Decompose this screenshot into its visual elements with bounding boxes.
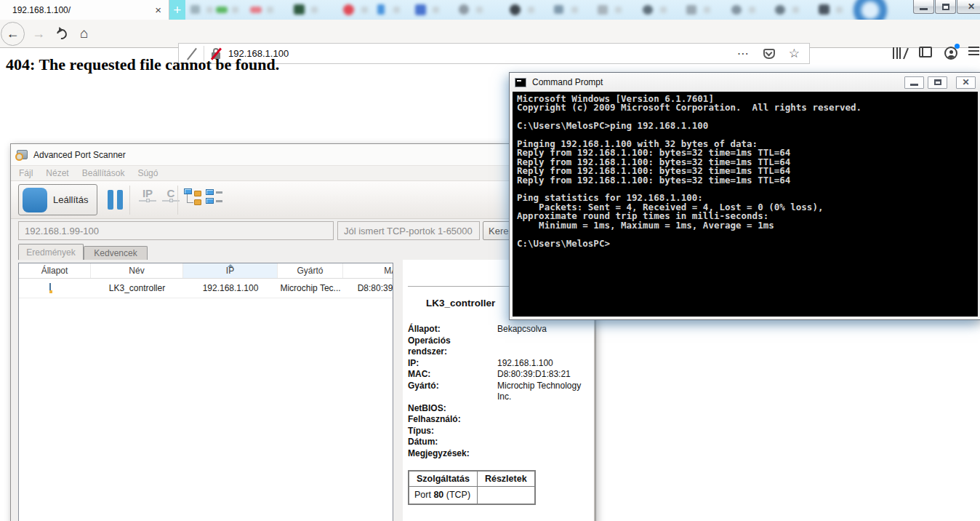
blurred-tab-favicon[interactable]: [459, 4, 469, 15]
port-service-cell: Port 80 (TCP): [409, 487, 477, 504]
blurred-tab-favicon[interactable]: [528, 7, 534, 13]
blurred-tab-favicon[interactable]: [433, 7, 439, 13]
blurred-tab-favicon[interactable]: [615, 7, 622, 13]
blurred-tab-favicon[interactable]: [415, 4, 426, 15]
column-header-ip[interactable]: IP: [183, 263, 278, 278]
ip-tool-button[interactable]: IP: [136, 187, 159, 202]
blurred-tab-favicon[interactable]: [836, 7, 843, 13]
blurred-tab-favicon[interactable]: [749, 7, 755, 13]
menu-item-sg[interactable]: Súgó: [131, 168, 164, 178]
menu-item-fjl[interactable]: Fájl: [12, 168, 39, 178]
forward-button[interactable]: →: [32, 26, 45, 41]
notification-dot: [955, 44, 960, 49]
blurred-tab-favicon[interactable]: [819, 4, 830, 15]
column-header-name[interactable]: Név: [91, 263, 183, 278]
cmd-title-bar[interactable]: Command Prompt ✕: [510, 73, 980, 92]
c-class-tool-button[interactable]: C: [159, 187, 182, 202]
blurred-tab-favicon[interactable]: [377, 4, 385, 15]
browser-toolbar: ← → ⌂ 192.168.1.100 ⋯ ☆: [0, 20, 980, 48]
blurred-tab-favicon[interactable]: [660, 7, 667, 13]
blurred-tab-favicon[interactable]: [686, 5, 696, 15]
blurred-tab-favicon[interactable]: [704, 7, 710, 13]
blurred-tab-favicon[interactable]: [361, 7, 368, 13]
detail-field-label: MAC:: [408, 369, 497, 381]
close-icon: ✕: [968, 2, 975, 11]
menu-icon[interactable]: [968, 47, 979, 55]
back-button[interactable]: ←: [1, 22, 25, 46]
column-header-status[interactable]: Állapot: [19, 263, 91, 278]
active-tab[interactable]: 192.168.1.100/ ×: [0, 0, 169, 20]
result-row[interactable]: LK3_controller 192.168.1.100 Microchip T…: [19, 279, 393, 298]
tab-favorites[interactable]: Kedvencek: [84, 246, 148, 260]
blurred-tab-favicon[interactable]: [294, 4, 305, 15]
detail-field-label: Felhasználó:: [408, 414, 497, 426]
network-list-icon[interactable]: [206, 188, 225, 207]
computer-icon: [49, 283, 60, 293]
blurred-tab-favicon[interactable]: [792, 7, 799, 13]
blurred-tab-favicon[interactable]: [311, 7, 318, 13]
blurred-tab-favicon[interactable]: [731, 5, 742, 15]
window-close-button[interactable]: ✕: [957, 0, 980, 14]
tab-results[interactable]: Eredmények: [18, 244, 84, 260]
blurred-tab-favicon[interactable]: [267, 7, 273, 13]
home-icon[interactable]: ⌂: [80, 25, 88, 41]
blurred-tab-favicon[interactable]: [190, 5, 200, 14]
blurred-tab-favicon[interactable]: [393, 7, 400, 13]
pocket-icon[interactable]: [763, 49, 775, 59]
cmd-minimize-button[interactable]: [904, 76, 924, 89]
blurred-tab-favicon[interactable]: [510, 4, 521, 15]
scanner-title-bar[interactable]: Advanced Port Scanner: [11, 144, 595, 166]
bookmark-star-icon[interactable]: ☆: [789, 46, 800, 61]
blurred-tab-favicon[interactable]: [206, 7, 213, 13]
blurred-tab-favicon[interactable]: [343, 4, 354, 15]
blurred-tab-favicon[interactable]: [643, 5, 653, 15]
blurred-tab-favicon[interactable]: [571, 7, 578, 13]
detail-field-row: Állapot:Bekapcsolva: [408, 324, 591, 335]
page-actions-icon[interactable]: ⋯: [737, 47, 750, 60]
open-ports-table: Szolgáltatás Részletek Port 80 (TCP): [408, 470, 536, 505]
window-maximize-button[interactable]: [935, 0, 956, 14]
menu-item-belltsok[interactable]: Beállítások: [76, 168, 132, 178]
blurred-tab-favicon[interactable]: [554, 5, 563, 14]
detail-field-label: Megjegyzések:: [408, 448, 497, 460]
window-minimize-button[interactable]: [913, 0, 934, 14]
device-vendor-cell: Microchip Tec...: [278, 283, 343, 293]
console-area[interactable]: Microsoft Windows [Version 6.1.7601] Cop…: [513, 92, 978, 317]
sidebar-icon[interactable]: [919, 47, 932, 57]
scanner-content: Állapot Név IP Gyártó MAC LK3_controller…: [11, 260, 595, 521]
menu-item-nzet[interactable]: Nézet: [39, 168, 75, 178]
reload-icon[interactable]: [55, 27, 68, 41]
minimize-icon: [910, 84, 918, 86]
detail-field-label: Típus:: [408, 426, 497, 437]
blurred-tab-favicon[interactable]: [598, 5, 608, 15]
blurred-tab-favicon[interactable]: [775, 5, 785, 15]
detail-field-label: Gyártó:: [408, 381, 497, 403]
blurred-tab-favicon[interactable]: [216, 7, 228, 13]
detail-field-value: [497, 437, 591, 448]
library-icon[interactable]: [893, 47, 904, 59]
blurred-tab-favicon[interactable]: [476, 7, 483, 13]
device-name-cell: LK3_controller: [91, 283, 183, 293]
blurred-tab-favicon[interactable]: [250, 7, 262, 13]
ip-range-input[interactable]: [18, 221, 334, 240]
column-header-vendor[interactable]: Gyártó: [278, 263, 343, 278]
blurred-tab-favicon[interactable]: [232, 7, 238, 13]
command-prompt-window: Command Prompt ✕ Microsoft Windows [Vers…: [509, 72, 980, 320]
cmd-restore-button[interactable]: [928, 76, 947, 89]
network-tree-icon[interactable]: [184, 188, 203, 207]
column-header-mac[interactable]: MAC: [343, 263, 393, 278]
console-text: Microsoft Windows [Version 6.1.7601] Cop…: [513, 92, 978, 251]
back-arrow-icon: ←: [7, 26, 20, 41]
browser-tab-bar: 192.168.1.100/ × + ✕: [0, 0, 980, 20]
stop-scan-button[interactable]: Leállítás: [18, 184, 97, 215]
new-tab-button[interactable]: +: [169, 0, 185, 20]
minimize-icon: [920, 8, 928, 10]
cmd-close-button[interactable]: ✕: [956, 76, 976, 89]
port-profile-input[interactable]: [337, 221, 480, 240]
tab-close-icon[interactable]: ×: [155, 4, 161, 15]
forward-arrow-icon: →: [32, 26, 45, 41]
detail-field-row: Dátum:: [408, 437, 591, 448]
scan-settings-row: Keres: [11, 219, 595, 242]
port-row[interactable]: Port 80 (TCP): [409, 487, 535, 504]
pause-scan-button[interactable]: [108, 190, 123, 210]
